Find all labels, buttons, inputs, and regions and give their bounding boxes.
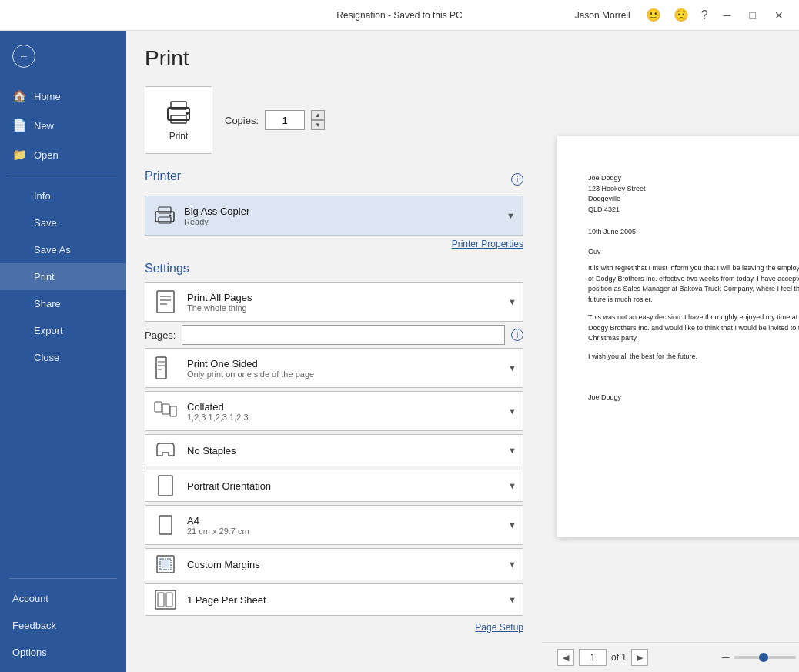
svg-rect-28: [166, 593, 172, 607]
pages-input[interactable]: [182, 325, 505, 345]
print-button[interactable]: Print: [145, 86, 212, 154]
sidebar-item-print[interactable]: Print: [0, 263, 126, 290]
zoom-slider[interactable]: [734, 656, 796, 659]
margins-dropdown[interactable]: Custom Margins ▼: [145, 548, 523, 580]
svg-point-7: [169, 215, 172, 217]
pages-label: Pages:: [145, 329, 176, 341]
printer-name: Big Ass Copier: [184, 206, 499, 217]
svg-rect-21: [159, 476, 172, 496]
print-button-label: Print: [169, 131, 189, 142]
doc-body: It is with regret that I must inform you…: [588, 263, 799, 362]
printer-status: Ready: [184, 217, 499, 226]
main-container: ← 🏠 Home 📄 New 📁 Open Info Save: [0, 31, 799, 672]
printer-properties-link[interactable]: Printer Properties: [145, 239, 523, 249]
sidebar-item-save[interactable]: Save: [0, 209, 126, 236]
page-setup-link[interactable]: Page Setup: [145, 622, 523, 633]
sidebar-item-share[interactable]: Share: [0, 290, 126, 317]
minimize-button[interactable]: ─: [717, 0, 737, 31]
print-pages-arrow: ▼: [508, 297, 517, 306]
back-circle-icon[interactable]: ←: [12, 45, 35, 68]
sides-text: Print One Sided Only print on one side o…: [187, 358, 500, 379]
sidebar-item-account[interactable]: Account: [0, 585, 126, 612]
print-pages-dropdown[interactable]: Print All Pages The whole thing ▼: [145, 282, 523, 322]
next-page-button[interactable]: ▶: [631, 649, 648, 666]
sidebar-item-feedback[interactable]: Feedback: [0, 612, 126, 639]
close-button[interactable]: ✕: [768, 0, 790, 31]
copies-up-button[interactable]: ▲: [311, 110, 325, 120]
sidebar-item-print-label: Print: [34, 271, 55, 283]
doc-salutation: Guv: [588, 247, 799, 258]
page-of-label: of 1: [611, 652, 627, 663]
print-pages-main: Print All Pages: [187, 292, 500, 303]
orientation-main: Portrait Orientation: [187, 480, 500, 492]
pages-per-sheet-icon: [152, 586, 179, 613]
copies-down-button[interactable]: ▼: [311, 120, 325, 130]
orientation-dropdown[interactable]: Portrait Orientation ▼: [145, 470, 523, 502]
print-panel: Print Print Copies:: [126, 31, 799, 672]
document-title: Resignation - Saved to this PC: [336, 10, 462, 21]
doc-address-line2: 123 Hookey Street: [588, 184, 799, 195]
svg-rect-22: [159, 516, 172, 534]
sidebar-item-info[interactable]: Info: [0, 182, 126, 209]
sad-icon[interactable]: 😟: [670, 8, 692, 22]
home-icon: 🏠: [12, 89, 26, 103]
titlebar: Resignation - Saved to this PC Jason Mor…: [0, 0, 799, 31]
staples-icon: [152, 436, 179, 464]
sidebar-item-save-label: Save: [34, 217, 57, 229]
sides-dropdown[interactable]: Print One Sided Only print on one side o…: [145, 348, 523, 388]
svg-rect-12: [156, 357, 166, 379]
margins-main: Custom Margins: [187, 559, 500, 570]
collate-text: Collated 1,2,3 1,2,3 1,2,3: [187, 401, 500, 422]
smiley-icon[interactable]: 🙂: [643, 8, 664, 22]
zoom-out-button[interactable]: ─: [722, 651, 730, 664]
doc-body-p3: I wish you all the best for the future.: [588, 352, 799, 363]
paper-icon: [152, 511, 179, 539]
sidebar-item-home[interactable]: 🏠 Home: [0, 82, 126, 111]
back-button[interactable]: ←: [0, 31, 126, 82]
sidebar-item-feedback-label: Feedback: [12, 620, 56, 631]
help-icon[interactable]: ?: [698, 8, 711, 22]
paper-dropdown[interactable]: A4 21 cm x 29.7 cm ▼: [145, 505, 523, 545]
sidebar-bottom: Account Feedback Options: [0, 572, 126, 672]
pages-per-sheet-text: 1 Page Per Sheet: [187, 594, 500, 606]
svg-rect-18: [170, 406, 176, 416]
sidebar-divider-1: [9, 176, 117, 176]
printer-info: Big Ass Copier Ready: [184, 206, 499, 226]
print-btn-row: Print Copies: ▲ ▼: [145, 86, 523, 154]
doc-body-p2: This was not an easy decision. I have th…: [588, 313, 799, 344]
print-pages-text: Print All Pages The whole thing: [187, 292, 500, 313]
nav-pages: ◀ of 1 ▶: [557, 649, 648, 666]
sidebar-item-save-as[interactable]: Save As: [0, 236, 126, 263]
printer-dropdown[interactable]: Big Ass Copier Ready ▼: [145, 196, 523, 236]
page-number-input[interactable]: [579, 649, 607, 666]
pages-per-sheet-main: 1 Page Per Sheet: [187, 594, 500, 606]
sidebar-item-export[interactable]: Export: [0, 317, 126, 344]
pages-per-sheet-arrow: ▼: [508, 595, 517, 604]
doc-date: 10th June 2005: [588, 227, 799, 238]
svg-rect-17: [162, 404, 169, 414]
paper-main: A4: [187, 515, 500, 527]
document-preview: Joe Dodgy 123 Hookey Street Dodgeville Q…: [557, 136, 799, 537]
copies-input[interactable]: [265, 110, 305, 130]
sidebar-divider-2: [9, 578, 117, 579]
doc-address-line4: QLD 4321: [588, 205, 799, 216]
restore-button[interactable]: □: [744, 0, 762, 31]
staples-dropdown[interactable]: No Staples ▼: [145, 434, 523, 466]
pages-per-sheet-dropdown[interactable]: 1 Page Per Sheet ▼: [145, 583, 523, 616]
sidebar-item-close[interactable]: Close: [0, 344, 126, 371]
paper-arrow: ▼: [508, 520, 517, 530]
prev-page-button[interactable]: ◀: [557, 649, 574, 666]
sidebar-item-options[interactable]: Options: [0, 639, 126, 666]
svg-rect-16: [155, 402, 162, 412]
collate-dropdown[interactable]: Collated 1,2,3 1,2,3 1,2,3 ▼: [145, 391, 523, 431]
sidebar-item-new[interactable]: 📄 New: [0, 111, 126, 140]
preview-panel: Joe Dodgy 123 Hookey Street Dodgeville Q…: [542, 31, 799, 642]
doc-address-line3: Dodgeville: [588, 194, 799, 205]
open-icon: 📁: [12, 148, 26, 162]
sides-main: Print One Sided: [187, 358, 500, 369]
printer-info-icon[interactable]: i: [511, 173, 523, 186]
pages-info-icon[interactable]: i: [511, 329, 523, 341]
sidebar-item-open[interactable]: 📁 Open: [0, 140, 126, 169]
sidebar-item-info-label: Info: [34, 190, 51, 202]
sidebar-item-options-label: Options: [12, 647, 47, 658]
